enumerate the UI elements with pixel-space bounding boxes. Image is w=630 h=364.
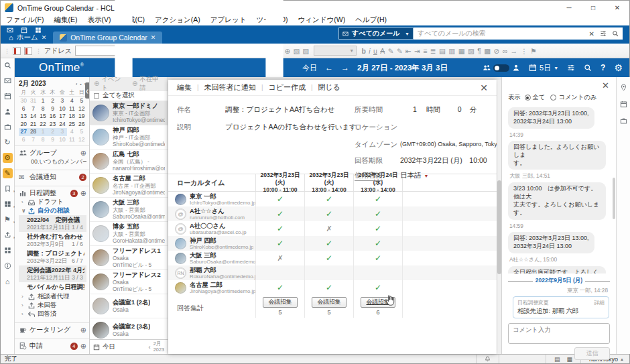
calendar-day[interactable]: 4 (67, 128, 76, 136)
rail-settings-button[interactable]: ⚙ (3, 153, 13, 163)
dialog-action-編集[interactable]: 編集 (177, 82, 192, 93)
format-tool-icon[interactable]: ¶ (477, 47, 481, 55)
calendar-day[interactable]: 12 (77, 136, 86, 144)
person-list-item[interactable]: 大阪 三郎大阪 - 営業部SaburoOsaka@ontime... (90, 198, 168, 222)
response-cell[interactable]: ✓ (255, 206, 304, 221)
response-cell[interactable]: ✓ (353, 280, 402, 295)
response-cell[interactable]: ✓ (353, 221, 402, 236)
format-tool-icon[interactable]: ▤ (439, 47, 446, 55)
calendar-day[interactable]: 6 (19, 136, 28, 144)
calendar-day[interactable]: 23 (48, 121, 57, 129)
response-row[interactable]: 神戸 四郎ShiroKobe@ontimedemo.jp✓✓✓ (168, 236, 497, 251)
add-event-button[interactable]: ⊕ イベント (94, 75, 126, 93)
calendar-day[interactable]: 15 (38, 113, 48, 121)
calendar-day[interactable]: 19 (77, 113, 86, 121)
calendar-day[interactable]: 30 (19, 97, 28, 105)
display-options-icon[interactable] (567, 64, 575, 72)
response-cell[interactable]: ✓ (304, 192, 353, 206)
window-mode-icon[interactable]: ▤ (554, 356, 560, 363)
rail-share-button[interactable]: ▸ (3, 230, 13, 240)
dialog-close-icon[interactable]: ✕ (480, 83, 488, 93)
calendar-day[interactable]: 13 (19, 113, 28, 121)
format-tool-icon[interactable]: ∞ (503, 47, 508, 55)
toolbar-grip[interactable]: ⋮ (4, 48, 9, 54)
response-row[interactable]: @A社☆☆さんrunrunrun@hothoti.com✓✓✓ (168, 206, 497, 221)
consult-item[interactable]: 2022/04 定例会議2021年12月11日1 / 4 (19, 215, 86, 232)
format-tool-icon[interactable]: → (511, 47, 518, 55)
panel-calendar-button[interactable] (620, 101, 627, 108)
response-row[interactable]: 大阪 三郎SaburoOsaka@ontimedemo.jp✗✓✓ (168, 251, 497, 265)
calendar-day[interactable]: 11 (67, 105, 76, 113)
response-cell[interactable]: ✓ (255, 280, 304, 295)
comments-close-icon[interactable]: ✕ (602, 81, 609, 90)
rail-bookmark-button[interactable]: ▸ (3, 184, 13, 194)
sidebar-item-request[interactable]: 申請 4 ⊕ (19, 341, 86, 351)
calendar-day[interactable]: 20 (19, 121, 28, 129)
calendar-day[interactable]: 4 (67, 97, 76, 105)
workspace-icon[interactable] (13, 47, 21, 55)
format-tool-icon[interactable]: ▥ (448, 47, 455, 55)
close-button[interactable]: ✕ (605, 1, 629, 15)
calendar-day[interactable]: 11 (67, 136, 76, 144)
sidebar-item-group-members[interactable]: 00.いつものメンバー (19, 158, 86, 166)
toolbar-grip[interactable]: ⋮ (36, 48, 41, 54)
sidebar-item-answered[interactable]: › 回答済 (19, 310, 86, 318)
format-tool-icon[interactable]: ≡ (423, 47, 427, 55)
sidebar-item-schedule-adjust[interactable]: 日程調整 3 ⊕ (19, 188, 86, 198)
rail-calendar-button[interactable] (3, 91, 13, 101)
person-list-item[interactable]: 名古屋 二郎名古屋 - IT企画部JiroNagoya@ontimede... (90, 174, 168, 198)
response-cell[interactable]: ✓ (304, 206, 353, 221)
response-cell[interactable]: ✓ (353, 192, 402, 206)
response-cell[interactable]: ✗ (255, 251, 304, 265)
response-cell[interactable]: ✓ (304, 251, 353, 265)
toggle-switch[interactable] (493, 64, 509, 72)
calendar-day[interactable]: 17 (58, 113, 67, 121)
consult-item[interactable]: 社外含む打ち合わせ2032年3月9日1 / 6 (19, 232, 86, 249)
card-detail-link[interactable]: 詳細 (594, 299, 605, 306)
sidebar-item-meeting-notice[interactable]: ✉ 会議通知 2 (19, 172, 86, 182)
calendar-day[interactable]: 21 (28, 121, 38, 129)
format-tool-icon[interactable]: i (369, 47, 370, 55)
language-label[interactable]: 使用言語 (355, 171, 383, 181)
invite-button[interactable]: 会議招集 (312, 297, 346, 308)
language-value[interactable]: 日本語▼ (400, 171, 428, 180)
menu-item[interactable]: ファイル(F) (6, 15, 44, 25)
person-list-item[interactable]: 博多 五郎大阪 - 営業部GoroHakata@ontimed... (90, 222, 168, 246)
view-selector[interactable]: 5日 ▼ (529, 63, 558, 73)
prev-arrow-button[interactable]: ← (325, 63, 333, 72)
calendar-day[interactable]: 2 (48, 97, 57, 105)
notifications-cell[interactable] (476, 355, 499, 363)
tab-ontime-group-calendar[interactable]: OnTime Group Calendar ✕ (53, 32, 162, 44)
response-row[interactable]: RN那覇 六郎RokuroNaha@ontimedemo.jp (168, 265, 497, 280)
add-schedule-icon[interactable]: ⊕ (80, 190, 86, 197)
calendar-day[interactable]: 1 (38, 97, 48, 105)
calendar-day[interactable]: 2 (48, 128, 57, 136)
rail-magnifier-button[interactable] (3, 60, 13, 70)
consult-item[interactable]: モバイルから日程調整 (19, 282, 86, 292)
search-person-icon[interactable] (584, 64, 592, 72)
response-cell[interactable] (353, 265, 402, 280)
calendar-day[interactable]: 28 (28, 128, 38, 136)
select-all-checkbox[interactable] (94, 93, 99, 99)
settings-gear-icon[interactable]: ⚙ (614, 63, 623, 72)
radio-icon[interactable] (550, 95, 556, 101)
calendar-day[interactable]: 3 (58, 97, 67, 105)
calendar-day[interactable]: 14 (28, 113, 38, 121)
response-row[interactable]: @A社〇〇さんubaraubara@axcel.co.jp✓✗✓ (168, 221, 497, 236)
next-arrow-button[interactable]: → (341, 63, 349, 72)
maximize-button[interactable]: □ (581, 1, 605, 15)
sidebar-item-unanswered[interactable]: › 未回答 (19, 301, 86, 310)
timezone-value[interactable]: (GMT+09:00) Osaka, Sapporo, Tokyo▼ (400, 141, 497, 147)
panel-pin-button[interactable] (620, 84, 627, 91)
help-button[interactable]: ? (601, 63, 605, 72)
format-tool-icon[interactable]: u (373, 47, 377, 55)
format-tool-icon[interactable]: ▩ (484, 47, 491, 55)
calendar-day[interactable]: 7 (28, 136, 38, 144)
select-all-row[interactable]: 全てを選択 (90, 90, 168, 101)
radio-icon[interactable] (525, 95, 531, 101)
calendar-day[interactable]: 5 (77, 128, 86, 136)
comments-scrollbar[interactable] (613, 178, 615, 219)
person-list-item[interactable]: 東京 一郎ドミノ東京 - IT企画部IchiroTokyo@ontimed... (90, 101, 168, 125)
format-tool-icon[interactable]: ⊘ (494, 47, 500, 55)
rail-flag-button[interactable]: ⚑▸ (3, 215, 13, 225)
